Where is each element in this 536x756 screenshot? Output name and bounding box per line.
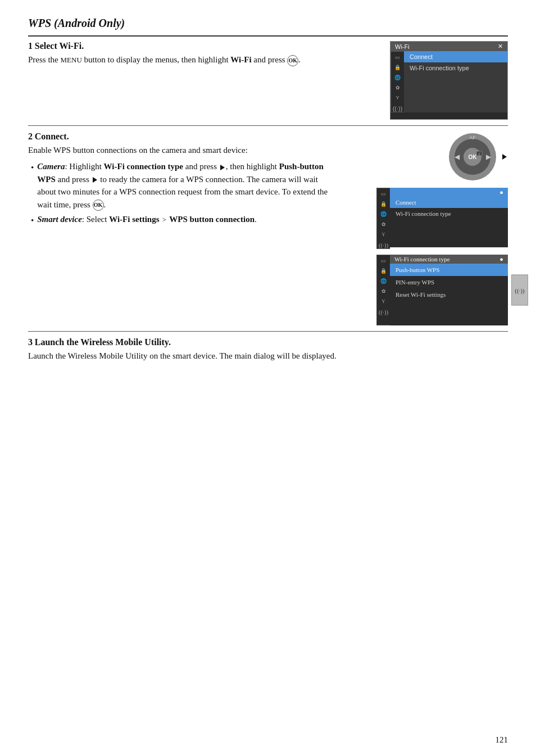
icon-photo: ▭ <box>395 55 400 60</box>
bullet-camera: • Camera: Highlight Wi-Fi connection typ… <box>31 160 334 211</box>
icon-camera-3: 🔒 <box>380 268 387 274</box>
step-1-number: 1 <box>28 41 33 51</box>
svg-text:◀: ◀ <box>455 153 460 161</box>
step-1-camera-screen: Wi-Fi ✕ ▭ 🔒 🌐 ✿ Y ((·)) Connect Wi-Fi co… <box>390 41 508 120</box>
step-2-heading: 2 Connect. <box>28 132 334 142</box>
step-3-body: Launch the Wireless Mobile Utility on th… <box>28 350 508 363</box>
divider-1-2 <box>28 125 508 126</box>
icon-wifi-2: ((·)) <box>379 242 388 248</box>
af-pad: OK AF ▶ ◀ Z <box>447 132 498 182</box>
wifi-settings-label: Wi-Fi settings <box>109 215 159 224</box>
page-title: WPS (Android Only) <box>28 17 508 30</box>
arrow-right-icon-af <box>502 154 507 160</box>
step-2-bullets: • Camera: Highlight Wi-Fi connection typ… <box>28 160 334 227</box>
bullet-camera-content: Camera: Highlight Wi-Fi connection type … <box>37 160 334 211</box>
title-divider <box>28 35 508 37</box>
step-1-text: 1 Select Wi-Fi. Press the MENU button to… <box>28 41 351 120</box>
connect-screen-wrap: ▭ 🔒 🌐 ✿ Y ((·)) ● Connect Wi-Fi connecti… <box>376 188 508 249</box>
wifi-menu-header: Wi-Fi ✕ <box>390 42 507 51</box>
wps-button-conn-label: WPS button connection <box>169 215 255 224</box>
af-pad-container: OK AF ▶ ◀ Z <box>447 132 508 182</box>
icon-flash-3: 🌐 <box>380 278 387 284</box>
icon-wifi: ((·)) <box>393 105 403 112</box>
step-1-images: Wi-Fi ✕ ▭ 🔒 🌐 ✿ Y ((·)) Connect Wi-Fi co… <box>351 41 508 120</box>
menu-key: MENU <box>61 56 82 64</box>
icon-camera: 🔒 <box>394 65 401 70</box>
wifi-type-indicator: ● <box>499 256 503 262</box>
side-wifi-tab: ((·)) <box>511 275 528 306</box>
step-2-number: 2 <box>28 132 33 141</box>
wifi-menu-items: Connect Wi-Fi connection type <box>404 51 507 112</box>
push-button-wps-item: Push-button WPS <box>390 264 508 276</box>
ok-button-icon: OK <box>287 55 298 66</box>
left-icons-bar-2: ▭ 🔒 🌐 ✿ Y ((·)) <box>376 188 390 249</box>
wifi-menu-title: Wi-Fi <box>395 43 410 50</box>
wifi-type-screen: Wi-Fi connection type ● Push-button WPS … <box>390 255 508 325</box>
af-pad-svg: OK AF ▶ ◀ Z <box>447 132 498 182</box>
wifi-type-header: Wi-Fi connection type ● <box>390 255 508 264</box>
icon-camera-2: 🔒 <box>380 201 387 207</box>
reset-wifi-item: Reset Wi-Fi settings <box>390 288 508 301</box>
icon-focus: ✿ <box>396 85 400 90</box>
step-2-text: 2 Connect. Enable WPS button connections… <box>28 132 345 229</box>
wifi-menu-conntype: Wi-Fi connection type <box>404 62 507 74</box>
page-number: 121 <box>496 735 508 745</box>
icon-y: Y <box>396 95 399 101</box>
icon-flash: 🌐 <box>394 75 401 80</box>
arrow-right-icon-1 <box>220 165 225 170</box>
left-icons-bar-1: ▭ 🔒 🌐 ✿ Y ((·)) <box>390 51 404 112</box>
ok-button-icon-2: OK <box>93 200 104 211</box>
step-1-heading: 1 Select Wi-Fi. <box>28 41 339 51</box>
icon-flash-2: 🌐 <box>380 211 387 217</box>
bullet-smart: • Smart device: Select Wi-Fi settings > … <box>31 213 334 227</box>
icon-focus-3: ✿ <box>381 288 386 294</box>
svg-text:AF: AF <box>469 135 476 141</box>
step-3-title: Launch the Wireless Mobile Utility. <box>35 337 171 347</box>
step-2-title: Connect. <box>35 132 69 141</box>
step-1-title: Select Wi-Fi. <box>35 41 84 51</box>
bullet-smart-content: Smart device: Select Wi-Fi settings > WP… <box>37 213 257 226</box>
icon-photo-2: ▭ <box>381 191 386 197</box>
step-2-section: 2 Connect. Enable WPS button connections… <box>28 132 508 325</box>
connect-item: Connect <box>390 197 508 208</box>
bullet-dot-camera: • <box>31 161 34 174</box>
step-1-body: Press the MENU button to display the men… <box>28 53 339 66</box>
icon-photo-3: ▭ <box>381 258 386 264</box>
wifi-conn-type-label: Wi-Fi connection type <box>104 162 183 171</box>
connect-screen-body: Connect Wi-Fi connection type <box>390 197 508 247</box>
icon-y-3: Y <box>381 298 385 304</box>
svg-text:▶: ▶ <box>486 153 492 161</box>
connect-screen-header: ● <box>390 188 508 197</box>
arrow-right-icon-2 <box>93 177 97 183</box>
step-2-images: OK AF ▶ ◀ Z ▭ 🔒 🌐 ✿ Y <box>345 132 508 325</box>
svg-text:OK: OK <box>469 154 478 160</box>
step-3-heading: 3 Launch the Wireless Mobile Utility. <box>28 337 508 347</box>
connect-screen-indicator: ● <box>499 189 503 196</box>
divider-2-3 <box>28 331 508 332</box>
wifi-label: Wi-Fi <box>230 55 251 64</box>
bullet-dot-smart: • <box>31 214 34 227</box>
left-icons-bar-3: ▭ 🔒 🌐 ✿ Y ((·)) <box>376 255 390 325</box>
step-3-section: 3 Launch the Wireless Mobile Utility. La… <box>28 337 508 363</box>
wifi-type-screen-wrap: ▭ 🔒 🌐 ✿ Y ((·)) Wi-Fi connection type ● … <box>376 255 508 325</box>
svg-text:Z: Z <box>478 152 480 156</box>
camera-label: Camera <box>37 162 65 171</box>
icon-y-2: Y <box>381 232 385 237</box>
wifi-type-body: Push-button WPS PIN-entry WPS Reset Wi-F… <box>390 264 508 325</box>
wifi-type-title: Wi-Fi connection type <box>394 256 450 262</box>
connect-screen: ● Connect Wi-Fi connection type <box>390 188 508 249</box>
step-2-intro: Enable WPS button connections on the cam… <box>28 144 334 157</box>
step-1-section: 1 Select Wi-Fi. Press the MENU button to… <box>28 41 508 120</box>
smart-device-label: Smart device <box>37 215 82 224</box>
pin-entry-wps-item: PIN-entry WPS <box>390 276 508 288</box>
icon-wifi-3: ((·)) <box>379 309 388 315</box>
wifi-menu-close: ✕ <box>498 43 503 50</box>
wifi-conn-type-item: Wi-Fi connection type <box>390 208 508 219</box>
wifi-menu-connect: Connect <box>404 51 507 62</box>
icon-focus-2: ✿ <box>381 221 386 227</box>
step-3-number: 3 <box>28 337 33 347</box>
